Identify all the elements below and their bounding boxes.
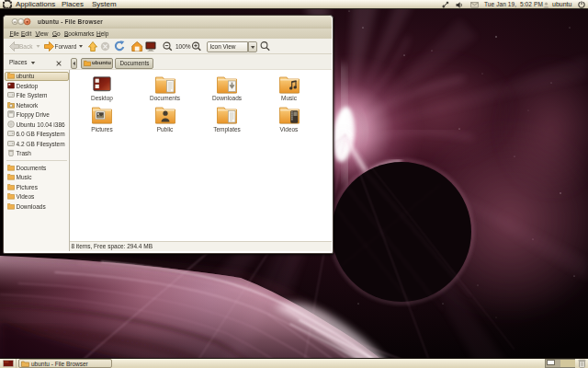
svg-text:100%: 100% xyxy=(175,43,191,50)
svg-text:Back: Back xyxy=(19,43,33,50)
svg-text:Forward: Forward xyxy=(55,43,77,50)
